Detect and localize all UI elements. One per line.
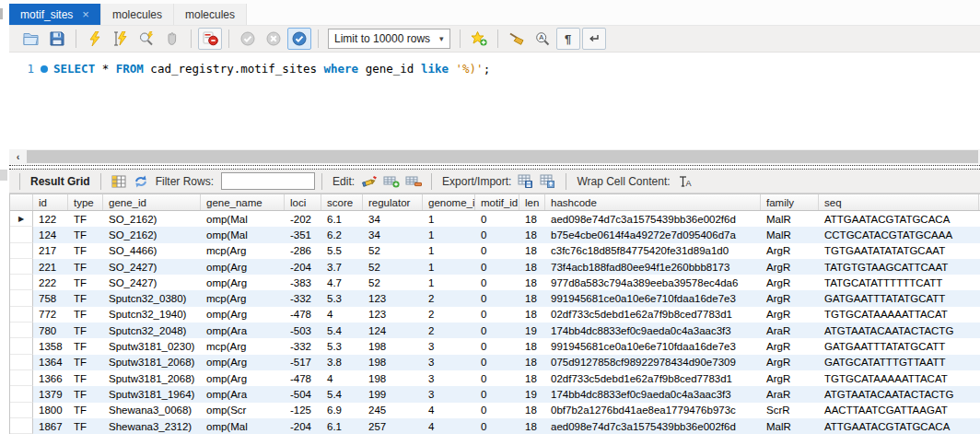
grid-cell-seq[interactable]: ATGTAATACAATACTACTG bbox=[819, 386, 979, 402]
grid-cell-id[interactable]: 1800 bbox=[33, 403, 68, 418]
grid-cell-gene_id[interactable]: Sputw3181_0230) bbox=[103, 338, 201, 354]
row-selector-current[interactable]: ▶ bbox=[10, 211, 33, 227]
grid-cell-family[interactable]: ArgR bbox=[761, 275, 819, 290]
grid-cell-genome_id[interactable]: 1 bbox=[423, 275, 475, 290]
grid-cell-score[interactable]: 5.3 bbox=[321, 290, 363, 306]
grid-cell-loci[interactable]: -504 bbox=[285, 386, 321, 402]
grid-cell-regulator[interactable]: 198 bbox=[363, 338, 423, 354]
column-header-loci[interactable]: loci bbox=[285, 194, 321, 210]
row-selector[interactable] bbox=[10, 338, 33, 354]
row-selector[interactable] bbox=[10, 290, 33, 306]
grid-cell-regulator[interactable]: 123 bbox=[363, 290, 423, 306]
grid-cell-regulator[interactable]: 245 bbox=[363, 403, 423, 418]
grid-cell-genome_id[interactable]: 1 bbox=[423, 243, 475, 259]
grid-cell-seq[interactable]: TGTGCATAAAAATTACAT bbox=[819, 307, 979, 323]
column-header-family[interactable]: family bbox=[761, 194, 819, 210]
filter-rows-input[interactable] bbox=[221, 172, 315, 190]
column-header-hashcode[interactable]: hashcode bbox=[545, 194, 761, 210]
row-selector[interactable] bbox=[10, 275, 33, 290]
grid-cell-hashcode[interactable]: 02df733c5debd1e62a7f9b8ced7783d1 bbox=[545, 370, 761, 386]
grid-cell-type[interactable]: TF bbox=[68, 227, 103, 242]
grid-cell-score[interactable]: 5.3 bbox=[321, 338, 363, 354]
grid-cell-gene_id[interactable]: SO_2427) bbox=[103, 275, 201, 290]
column-header-gene_name[interactable]: gene_name bbox=[201, 194, 285, 210]
grid-cell-loci[interactable]: -383 bbox=[285, 275, 321, 290]
grid-cell-type[interactable]: TF bbox=[68, 355, 103, 370]
grid-cell-family[interactable]: ArgR bbox=[761, 259, 819, 275]
grid-cell-id[interactable]: 1366 bbox=[33, 370, 68, 386]
grid-cell-seq[interactable]: CCTGCATACGTATGCAAA bbox=[819, 227, 979, 242]
row-selector[interactable] bbox=[10, 370, 33, 386]
grid-cell-hashcode[interactable]: b75e4cbe0614f4a49272e7d095406d7a bbox=[545, 227, 761, 242]
grid-cell-genome_id[interactable]: 2 bbox=[423, 307, 475, 323]
limit-rows-dropdown[interactable]: Limit to 10000 rows ▾ bbox=[328, 29, 450, 49]
grid-cell-gene_id[interactable]: Sputcn32_2048) bbox=[103, 323, 201, 338]
grid-cell-motif_id[interactable]: 0 bbox=[475, 259, 519, 275]
grid-cell-motif_id[interactable]: 0 bbox=[475, 403, 519, 418]
grid-cell-family[interactable]: AraR bbox=[761, 386, 819, 402]
grid-cell-seq[interactable]: TGTGAATATATATGCAAT bbox=[819, 243, 979, 259]
grid-cell-score[interactable]: 6.2 bbox=[321, 227, 363, 242]
grid-cell-loci[interactable]: -478 bbox=[285, 307, 321, 323]
column-header-type[interactable]: type bbox=[68, 194, 103, 210]
grid-cell-motif_id[interactable]: 0 bbox=[475, 386, 519, 402]
toggle-stop-on-error-icon[interactable] bbox=[198, 28, 222, 50]
grid-cell-family[interactable]: MalR bbox=[761, 211, 819, 227]
grid-cell-motif_id[interactable]: 0 bbox=[475, 211, 519, 227]
grid-cell-gene_name[interactable]: omp(Arg bbox=[201, 259, 285, 275]
grid-cell-hashcode[interactable]: c3fc76c18d85f84775420fe31d89a1d0 bbox=[545, 243, 761, 259]
grid-cell-regulator[interactable]: 198 bbox=[363, 370, 423, 386]
grid-cell-regulator[interactable]: 52 bbox=[363, 243, 423, 259]
grid-cell-motif_id[interactable]: 0 bbox=[475, 338, 519, 354]
column-header-len[interactable]: len bbox=[519, 194, 545, 210]
grid-cell-id[interactable]: 1358 bbox=[33, 338, 68, 354]
column-header-regulator[interactable]: regulator bbox=[363, 194, 423, 210]
grid-cell-regulator[interactable]: 52 bbox=[363, 259, 423, 275]
beautify-icon[interactable] bbox=[505, 28, 529, 50]
grid-cell-hashcode[interactable]: 991945681ce0a10e6e710fdaa16de7e3 bbox=[545, 290, 761, 306]
grid-cell-family[interactable]: ArgR bbox=[761, 307, 819, 323]
sql-editor[interactable]: 1 SELECT * FROM cad_registry.motif_sites… bbox=[9, 53, 980, 149]
column-header-gene_id[interactable]: gene_id bbox=[103, 194, 201, 210]
grid-cell-id[interactable]: 217 bbox=[33, 243, 68, 259]
grid-cell-hashcode[interactable]: aed098e74d7c3a1575439bb36e002f6d bbox=[545, 418, 761, 434]
grid-cell-family[interactable]: ScrR bbox=[761, 403, 819, 418]
grid-cell-gene_name[interactable]: omp(Arg bbox=[201, 275, 285, 290]
grid-cell-loci[interactable]: -332 bbox=[285, 290, 321, 306]
grid-cell-score[interactable]: 5.4 bbox=[321, 323, 363, 338]
scroll-left-button[interactable]: ‹ bbox=[11, 150, 25, 163]
column-header-id[interactable]: id bbox=[33, 194, 68, 210]
grid-cell-seq[interactable]: GATGAATTTATATGCATT bbox=[819, 290, 979, 306]
grid-cell-seq[interactable]: ATTGAATACGTATGCACA bbox=[819, 211, 979, 227]
grid-cell-regulator[interactable]: 124 bbox=[363, 323, 423, 338]
grid-cell-family[interactable]: AraR bbox=[761, 323, 819, 338]
grid-cell-id[interactable]: 221 bbox=[33, 259, 68, 275]
grid-cell-loci[interactable]: -125 bbox=[285, 403, 321, 418]
grid-cell-family[interactable]: ArgR bbox=[761, 290, 819, 306]
grid-cell-regulator[interactable]: 257 bbox=[363, 418, 423, 434]
column-header-score[interactable]: score bbox=[321, 194, 363, 210]
grid-corner-cell[interactable] bbox=[10, 194, 33, 210]
grid-cell-family[interactable]: ArgR bbox=[761, 338, 819, 354]
grid-cell-hashcode[interactable]: aed098e74d7c3a1575439bb36e002f6d bbox=[545, 211, 761, 227]
grid-cell-gene_name[interactable]: omp(Arg bbox=[201, 307, 285, 323]
grid-cell-seq[interactable]: AACTTAATCGATTAAGAT bbox=[819, 403, 979, 418]
hscrollbar-thumb[interactable] bbox=[27, 150, 978, 163]
grid-cell-type[interactable]: TF bbox=[68, 211, 103, 227]
grid-cell-motif_id[interactable]: 0 bbox=[475, 227, 519, 242]
grid-cell-gene_id[interactable]: SO_2162) bbox=[103, 211, 201, 227]
grid-cell-motif_id[interactable]: 0 bbox=[475, 290, 519, 306]
grid-cell-hashcode[interactable]: 02df733c5debd1e62a7f9b8ced7783d1 bbox=[545, 307, 761, 323]
grid-cell-seq[interactable]: TATGCATATTTTTTCATT bbox=[819, 275, 979, 290]
sql-statement[interactable]: SELECT * FROM cad_registry.motif_sites w… bbox=[53, 62, 490, 76]
find-icon[interactable]: A bbox=[531, 28, 554, 50]
delete-row-icon[interactable] bbox=[402, 171, 425, 192]
close-tab-icon[interactable]: × bbox=[82, 8, 89, 20]
grid-cell-score[interactable]: 5.4 bbox=[321, 386, 363, 402]
grid-cell-hashcode[interactable]: 174bb4dc8833ef0c9aeda0c4a3aac3f3 bbox=[545, 386, 761, 402]
grid-cell-gene_id[interactable]: Sputw3181_1964) bbox=[103, 386, 201, 402]
grid-cell-loci[interactable]: -517 bbox=[285, 355, 321, 370]
grid-cell-hashcode[interactable]: 977d8a583c794a389eeba39578ec4da6 bbox=[545, 275, 761, 290]
grid-cell-motif_id[interactable]: 0 bbox=[475, 418, 519, 434]
grid-cell-type[interactable]: TF bbox=[68, 418, 103, 434]
